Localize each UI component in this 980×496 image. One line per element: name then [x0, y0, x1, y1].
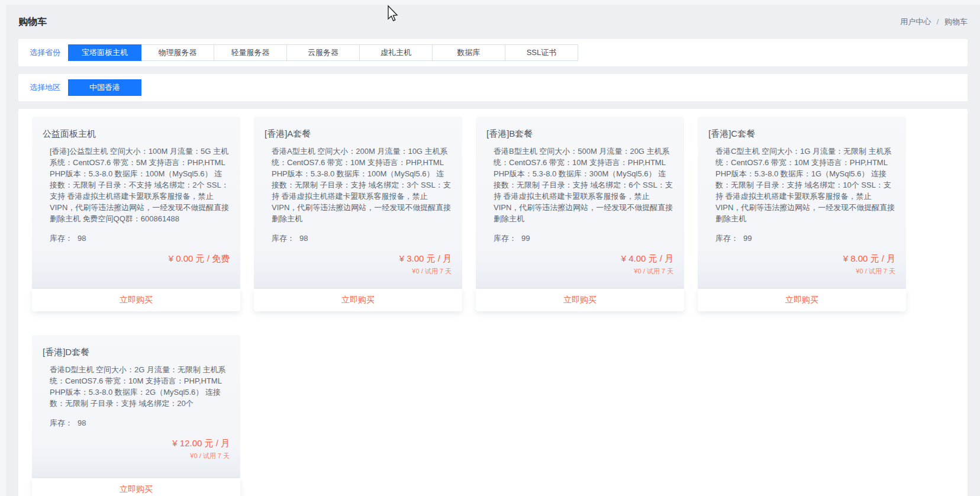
buy-now-button[interactable]: 立即购买 [32, 289, 240, 311]
product-price-block: ¥ 0.00 元 / 免费 [43, 253, 230, 265]
product-stock: 库存：98 [272, 233, 452, 244]
breadcrumb-cart: 购物车 [944, 17, 968, 26]
host-type-tabs: 宝塔面板主机物理服务器轻量服务器云服务器虚礼主机数据库SSL证书 [68, 44, 578, 61]
stock-value: 99 [521, 234, 530, 243]
host-type-tab-3[interactable]: 云服务器 [286, 44, 360, 61]
product-stock: 库存：99 [715, 233, 895, 244]
breadcrumb-separator: / [937, 17, 939, 26]
stock-label: 库存： [715, 234, 739, 243]
product-stock: 库存：98 [50, 233, 230, 244]
host-type-tab-5[interactable]: 数据库 [432, 44, 505, 61]
region-option-0[interactable]: 中国香港 [68, 79, 141, 96]
shopping-cart-page: 购物车 用户中心 / 购物车 选择省份 宝塔面板主机物理服务器轻量服务器云服务器… [6, 5, 980, 496]
product-price: ¥ 12.00 元 / 月 [43, 438, 230, 449]
product-card-body: [香港]C套餐 香港C型主机 空间大小：1G 月流量：无限制 主机系统：Cent… [698, 117, 906, 289]
product-name: [香港]B套餐 [486, 128, 673, 140]
products-grid: 公益面板主机 [香港]公益型主机 空间大小：100M 月流量：5G 主机系统：C… [32, 117, 954, 496]
product-description: [香港]公益型主机 空间大小：100M 月流量：5G 主机系统：CentOS7.… [50, 146, 230, 224]
stock-value: 98 [78, 234, 86, 243]
province-filter-label: 选择省份 [30, 47, 60, 58]
host-type-tab-6[interactable]: SSL证书 [505, 44, 578, 61]
product-card: [香港]B套餐 香港B型主机 空间大小：500M 月流量：20G 主机系统：Ce… [476, 117, 684, 311]
product-trial-price: ¥0 / 试用 7 天 [486, 267, 673, 276]
stock-value: 98 [299, 234, 308, 243]
product-name: [香港]D套餐 [43, 347, 230, 358]
host-type-tab-1[interactable]: 物理服务器 [141, 44, 214, 61]
stock-label: 库存： [50, 234, 73, 243]
product-name: 公益面板主机 [43, 128, 230, 140]
product-trial-price: ¥0 / 试用 7 天 [265, 267, 452, 276]
product-price-block: ¥ 4.00 元 / 月 ¥0 / 试用 7 天 [486, 253, 673, 276]
product-description: 香港C型主机 空间大小：1G 月流量：无限制 主机系统：CentOS7.6 带宽… [715, 146, 895, 224]
product-trial-price: ¥0 / 试用 7 天 [708, 267, 895, 276]
product-card-body: [香港]A套餐 香港A型主机 空间大小：200M 月流量：10G 主机系统：Ce… [254, 117, 462, 289]
product-name: [香港]C套餐 [708, 128, 895, 140]
buy-now-button[interactable]: 立即购买 [32, 478, 240, 496]
product-card-body: 公益面板主机 [香港]公益型主机 空间大小：100M 月流量：5G 主机系统：C… [32, 117, 240, 289]
host-type-tab-4[interactable]: 虚礼主机 [359, 44, 433, 61]
host-type-tab-2[interactable]: 轻量服务器 [214, 44, 287, 61]
product-stock: 库存：99 [494, 233, 673, 244]
product-price-block: ¥ 12.00 元 / 月 ¥0 / 试用 7 天 [43, 438, 230, 460]
product-description: 香港B型主机 空间大小：500M 月流量：20G 主机系统：CentOS7.6 … [494, 146, 673, 224]
region-filter-label: 选择地区 [30, 82, 60, 93]
product-price: ¥ 4.00 元 / 月 [486, 253, 673, 265]
product-price: ¥ 3.00 元 / 月 [265, 253, 452, 265]
product-name: [香港]A套餐 [265, 128, 452, 140]
region-options: 中国香港 [68, 79, 141, 96]
buy-now-button[interactable]: 立即购买 [698, 289, 906, 311]
breadcrumb: 用户中心 / 购物车 [900, 17, 968, 27]
product-price-block: ¥ 8.00 元 / 月 ¥0 / 试用 7 天 [708, 253, 895, 276]
product-description: 香港A型主机 空间大小：200M 月流量：10G 主机系统：CentOS7.6 … [272, 146, 452, 224]
product-price: ¥ 8.00 元 / 月 [708, 253, 895, 265]
stock-value: 99 [743, 234, 752, 243]
province-filter-row: 选择省份 宝塔面板主机物理服务器轻量服务器云服务器虚礼主机数据库SSL证书 [18, 39, 968, 66]
product-stock: 库存：98 [50, 418, 230, 429]
product-card-body: [香港]B套餐 香港B型主机 空间大小：500M 月流量：20G 主机系统：Ce… [476, 117, 684, 289]
product-description: 香港D型主机 空间大小：2G 月流量：无限制 主机系统：CentOS7.6 带宽… [50, 364, 230, 409]
region-filter-row: 选择地区 中国香港 [18, 74, 968, 101]
stock-label: 库存： [50, 418, 73, 427]
product-card-body: [香港]D套餐 香港D型主机 空间大小：2G 月流量：无限制 主机系统：Cent… [32, 335, 240, 478]
stock-label: 库存： [494, 234, 517, 243]
product-price-block: ¥ 3.00 元 / 月 ¥0 / 试用 7 天 [265, 253, 452, 276]
product-price: ¥ 0.00 元 / 免费 [43, 253, 230, 265]
products-panel: 公益面板主机 [香港]公益型主机 空间大小：100M 月流量：5G 主机系统：C… [18, 109, 968, 496]
product-card: 公益面板主机 [香港]公益型主机 空间大小：100M 月流量：5G 主机系统：C… [32, 117, 240, 311]
host-type-tab-0[interactable]: 宝塔面板主机 [68, 44, 141, 61]
product-card: [香港]C套餐 香港C型主机 空间大小：1G 月流量：无限制 主机系统：Cent… [698, 117, 906, 311]
page-title: 购物车 [18, 16, 47, 28]
product-card: [香港]A套餐 香港A型主机 空间大小：200M 月流量：10G 主机系统：Ce… [254, 117, 462, 311]
stock-label: 库存： [272, 234, 295, 243]
breadcrumb-user-center[interactable]: 用户中心 [900, 17, 931, 26]
product-trial-price: ¥0 / 试用 7 天 [43, 452, 230, 460]
stock-value: 98 [78, 418, 86, 427]
buy-now-button[interactable]: 立即购买 [476, 289, 684, 311]
product-card: [香港]D套餐 香港D型主机 空间大小：2G 月流量：无限制 主机系统：Cent… [32, 335, 240, 496]
page-header: 购物车 用户中心 / 购物车 [18, 5, 968, 39]
buy-now-button[interactable]: 立即购买 [254, 289, 462, 311]
